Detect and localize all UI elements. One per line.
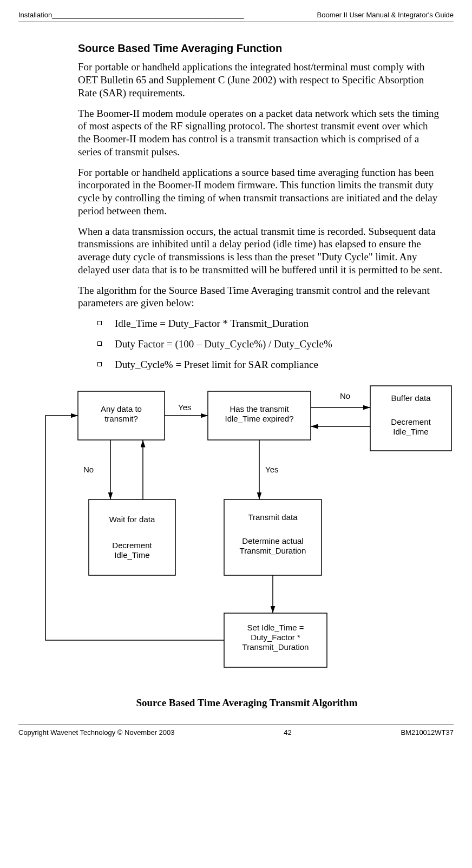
bullet-list: Idle_Time = Duty_Factor * Transmit_Durat… [97,317,443,371]
label-no-2: No [83,465,94,474]
footer-rule [18,725,454,725]
flow-box1-l1: Any data to [101,404,142,413]
flow-box5-l2: Determine actual [242,536,303,545]
header-left: Installation____________________________… [18,11,244,19]
header-rule [18,22,454,22]
page-header: Installation____________________________… [18,11,454,19]
bullet-1: Idle_Time = Duty_Factor * Transmit_Durat… [97,317,443,330]
section-title: Source Based Time Averaging Function [78,42,443,55]
flow-box1-l2: transmit? [104,414,138,423]
paragraph-4: When a data transmission occurs, the act… [78,225,443,277]
figure-caption: Source Based Time Averaging Transmit Alg… [51,696,443,709]
flow-box6-l3: Transmit_Duration [242,642,309,652]
flow-box2-l2: Idle_Time expired? [225,414,293,423]
flow-box3-l2: Decrement [391,417,431,426]
bullet-3: Duty_Cycle% = Preset limit for SAR compl… [97,358,443,371]
bullet-2: Duty Factor = (100 – Duty_Cycle%) / Duty… [97,338,443,351]
flow-box2-l1: Has the transmit [230,404,289,413]
flow-box4-l2: Decrement [112,541,152,550]
flow-box4-l1: Wait for data [109,515,155,524]
footer-center: 42 [284,728,291,737]
label-yes-2: Yes [265,465,278,474]
footer-right: BM210012WT37 [401,728,454,737]
flow-box5-l3: Transmit_Duration [240,546,306,555]
flow-box3-l3: Idle_Time [393,427,428,436]
content-body: Source Based Time Averaging Function For… [78,42,443,709]
flow-box3-l1: Buffer data [391,393,431,403]
header-left-text: Installation [18,11,52,19]
label-yes-1: Yes [178,403,191,412]
flowchart: Any data to transmit? Has the transmit I… [24,380,443,687]
paragraph-5: The algorithm for the Source Based Time … [78,284,443,310]
label-no-1: No [340,391,350,400]
paragraph-2: The Boomer-II modem module operates on a… [78,107,443,159]
header-right: Boomer II User Manual & Integrator's Gui… [317,11,454,19]
flow-box4-l3: Idle_Time [114,550,149,560]
flow-box6-l1: Set Idle_Time = [247,623,304,632]
paragraph-3: For portable or handheld applications a … [78,166,443,218]
svg-rect-3 [89,499,175,575]
flow-box6-l2: Duty_Factor * [251,633,300,642]
page-footer: Copyright Wavenet Technology © November … [18,728,454,737]
flow-box5-l1: Transmit data [248,512,298,522]
paragraph-1: For portable or handheld applications th… [78,61,443,99]
footer-left: Copyright Wavenet Technology © November … [18,728,175,737]
